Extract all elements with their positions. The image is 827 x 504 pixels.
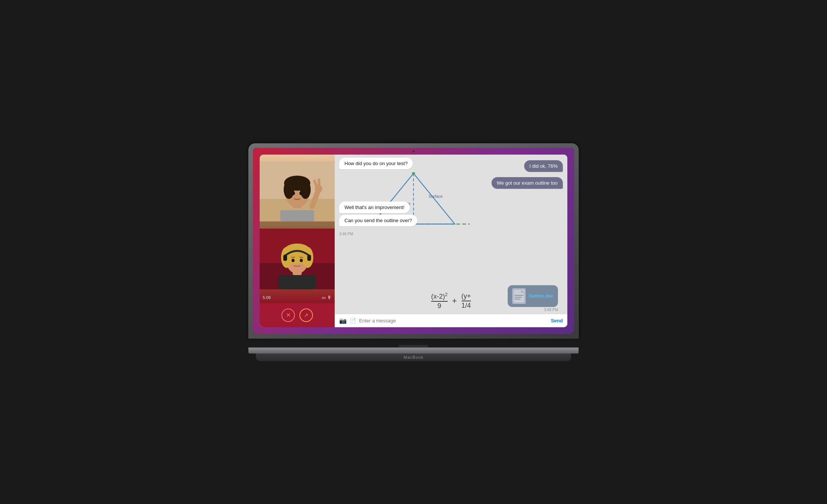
svg-rect-37 <box>514 295 523 296</box>
screen-bezel: 5:09 ▭ 🎙 ✕ <box>253 148 574 334</box>
chat-panel: Surface Height How did you do on your te… <box>335 155 567 327</box>
send-button[interactable]: Send <box>551 318 563 323</box>
message-bubble-3: We got our exam outline too <box>492 177 563 189</box>
message-row-5: Can you send the outline over? <box>339 215 417 229</box>
message-bubble-2: I did ok, 76% <box>524 160 563 172</box>
person1-avatar <box>260 161 335 221</box>
timestamp-2: 3:48 PM <box>508 308 558 312</box>
person1-video <box>260 155 335 229</box>
close-icon: ✕ <box>286 311 291 319</box>
svg-rect-28 <box>278 275 316 289</box>
laptop-device: 5:09 ▭ 🎙 ✕ <box>248 143 579 361</box>
svg-point-26 <box>292 259 295 262</box>
video-icons: ▭ 🎙 <box>322 295 332 300</box>
person2-video <box>260 229 335 303</box>
chat-messages: Surface Height How did you do on your te… <box>335 155 567 314</box>
svg-rect-39 <box>514 299 520 299</box>
svg-point-27 <box>300 259 303 262</box>
math-equation-area: (x-2)2 9 + (y+ 1/4 <box>342 292 560 310</box>
end-call-button[interactable]: ✕ <box>281 308 295 322</box>
message-bubble-1: How did you do on your test? <box>339 158 413 169</box>
svg-rect-10 <box>280 210 314 221</box>
fraction-1: (x-2)2 9 <box>431 292 448 310</box>
message-row-2: I did ok, 76% <box>524 160 563 174</box>
video-action-buttons: ✕ ↗ <box>260 303 335 327</box>
file-attachment[interactable]: Outline.doc <box>508 285 558 307</box>
file-info: Outline.doc <box>529 293 553 299</box>
video-controls: 5:09 ▭ 🎙 <box>260 295 335 300</box>
base-bottom: MacBook <box>256 354 571 361</box>
webcam-dot <box>412 150 415 152</box>
video-timer: 5:09 <box>263 295 271 300</box>
video-feed-top <box>260 155 335 229</box>
message-input-bar: 📷 📄 Send <box>335 314 567 327</box>
laptop-base: MacBook <box>248 339 579 361</box>
svg-point-23 <box>285 256 310 264</box>
camera-icon[interactable]: 📷 <box>339 317 347 324</box>
svg-rect-38 <box>514 297 522 298</box>
screen-share-icon[interactable]: ▭ <box>322 295 326 300</box>
message-bubble-4: Well that's an improvement! <box>339 202 410 213</box>
video-feed-bottom: 5:09 ▭ 🎙 <box>260 229 335 303</box>
base-body <box>248 348 579 354</box>
file-icon <box>512 288 526 304</box>
mic-icon[interactable]: 🎙 <box>327 295 332 300</box>
app-window: 5:09 ▭ 🎙 ✕ <box>260 155 567 327</box>
expand-button[interactable]: ↗ <box>299 308 313 322</box>
expand-icon: ↗ <box>304 312 308 318</box>
message-row-1: How did you do on your test? <box>339 158 413 172</box>
svg-point-6 <box>284 180 294 199</box>
svg-point-8 <box>292 191 295 195</box>
brand-label: MacBook <box>404 355 424 360</box>
svg-rect-24 <box>283 255 287 261</box>
message-row-4: Well that's an improvement! <box>339 202 410 215</box>
message-row-3: We got our exam outline too <box>492 177 563 191</box>
fraction-2: (y+ 1/4 <box>462 292 471 310</box>
doc-icon <box>514 290 524 302</box>
svg-point-9 <box>299 191 302 195</box>
message-bubble-5: Can you send the outline over? <box>339 215 417 226</box>
file-attachment-container: Outline.doc 3:48 PM <box>508 285 558 312</box>
svg-point-7 <box>300 180 311 199</box>
svg-rect-25 <box>307 255 311 261</box>
person2-avatar <box>260 229 335 289</box>
svg-text:Surface: Surface <box>429 194 443 199</box>
plus-operator: + <box>452 296 457 306</box>
svg-rect-34 <box>412 172 415 174</box>
attachment-icon[interactable]: 📄 <box>350 317 356 323</box>
message-input[interactable] <box>359 318 548 323</box>
laptop-lid: 5:09 ▭ 🎙 ✕ <box>248 143 579 339</box>
screen-content: 5:09 ▭ 🎙 ✕ <box>253 148 574 334</box>
timestamp-1: 3:46 PM <box>339 230 353 238</box>
video-panel: 5:09 ▭ 🎙 ✕ <box>260 155 335 327</box>
